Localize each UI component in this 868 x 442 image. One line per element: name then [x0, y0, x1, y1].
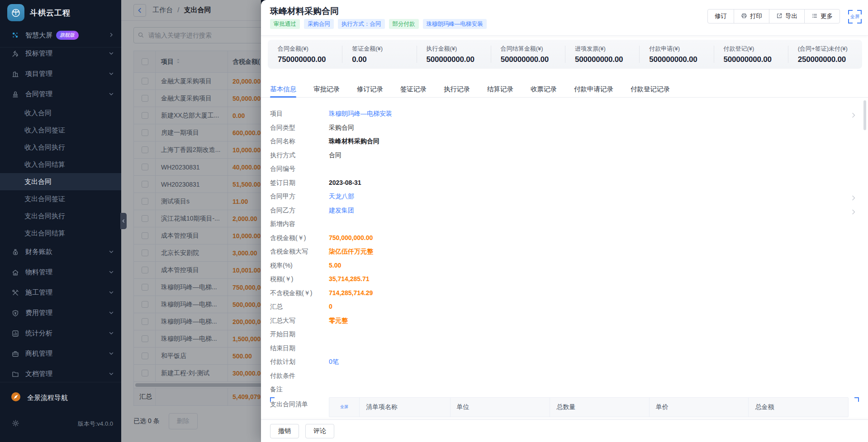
sidebar-item-label: 商机管理 — [25, 349, 52, 358]
sidebar-item-material[interactable]: 物料管理 — [0, 262, 121, 282]
field-value[interactable]: 0笔 — [329, 355, 339, 369]
field-row: 含税金额大写柒亿伍仟万元整 — [270, 245, 859, 259]
more-button[interactable]: 更多 — [804, 9, 840, 24]
stat-value: 500000000.00 — [575, 55, 639, 64]
field-value[interactable]: 建发集团 — [329, 203, 354, 217]
tab-4[interactable]: 执行记录 — [444, 81, 470, 97]
sidebar-menu: 投标管理项目管理合同管理收入合同收入合同签证收入合同执行收入合同结算支出合同支出… — [0, 43, 121, 382]
field-value: 采购合同 — [329, 121, 354, 135]
sidebar-subitem[interactable]: 收入合同结算 — [0, 156, 121, 173]
expense-contract-list-pane: 工作台 / 支出合同 项目 含税金额( 金融大厦采购项目20,000.00金融大… — [121, 0, 261, 442]
modal-overlay[interactable] — [121, 0, 261, 442]
stat-item: 付款申请(¥)500000000.00 — [639, 40, 713, 69]
revise-button[interactable]: 修订 — [707, 9, 734, 24]
sidebar-item-label: 统计分析 — [25, 329, 52, 338]
basic-info-panel: 项目珠穆朗玛峰—电梯安装合同类型采购合同合同名称珠峰材料采购合同执行方式合同合同… — [261, 98, 868, 419]
field-value[interactable]: 天龙八部 — [329, 189, 354, 203]
field-label: 合同乙方 — [270, 203, 329, 217]
sidebar-item-opportunity[interactable]: 商机管理 — [0, 343, 121, 364]
expense-item-table-header: 全屏清单项名称单位总数量单价总金额 — [329, 397, 849, 417]
sidebar-subitem[interactable]: 支出合同 — [0, 173, 121, 190]
contract-detail-drawer: 珠峰材料采购合同 审批通过采购合同执行方式：合同部分付款珠穆朗玛峰—电梯安装 修… — [261, 0, 868, 442]
drawer-scrollbar-thumb[interactable] — [863, 100, 866, 130]
field-label: 项目 — [270, 107, 329, 121]
field-value[interactable]: 珠穆朗玛峰—电梯安装 — [329, 107, 392, 121]
tab-7[interactable]: 付款申请记录 — [574, 81, 613, 97]
export-icon — [776, 13, 783, 20]
field-row: 合同乙方建发集团 — [270, 203, 859, 217]
sidebar-item-bidding[interactable]: 投标管理 — [0, 43, 121, 64]
tab-5[interactable]: 结算记录 — [487, 81, 513, 97]
comment-button[interactable]: 评论 — [305, 424, 334, 438]
field-label: 不含税金额(￥) — [270, 286, 329, 300]
sidebar-item-contract[interactable]: 合同管理 — [0, 84, 121, 104]
chevron-down-icon — [109, 329, 114, 338]
sidebar-subitem[interactable]: 支出合同结算 — [0, 225, 121, 242]
sidebar-subitem[interactable]: 收入合同签证 — [0, 122, 121, 139]
sidebar-item-project[interactable]: 项目管理 — [0, 64, 121, 84]
field-label: 税额(￥) — [270, 272, 329, 286]
field-value: 零元整 — [329, 314, 348, 328]
sidebar-subitem[interactable]: 收入合同执行 — [0, 139, 121, 156]
field-label: 付款计划 — [270, 355, 329, 369]
detail-table-label: 支出合同清单 — [270, 397, 329, 411]
field-label: 税率(%) — [270, 259, 329, 273]
status-tag: 执行方式：合同 — [338, 19, 385, 29]
inner-fullscreen-button[interactable]: 全屏 — [338, 401, 350, 413]
version-row: 版本号:v4.0.0 — [0, 415, 121, 433]
sidebar-item-expense[interactable]: 费用管理 — [0, 303, 121, 323]
fullscreen-button[interactable]: 全屏 — [848, 10, 862, 24]
sidebar-item-panorama-nav[interactable]: 全景流程导航 — [0, 386, 121, 409]
field-label: 开始日期 — [270, 327, 329, 341]
building-icon — [11, 71, 19, 78]
sidebar-item-construction[interactable]: 施工管理 — [0, 282, 121, 303]
more-icon — [811, 13, 818, 20]
sidebar-item-finance[interactable]: 财务账款 — [0, 242, 121, 262]
stat-value: 500000000.00 — [649, 55, 713, 64]
stat-label: 执行金额(¥) — [427, 45, 491, 53]
print-button[interactable]: 打印 — [734, 9, 769, 24]
stat-value: 750000000.00 — [278, 55, 342, 64]
sidebar-collapse-handle[interactable] — [120, 213, 127, 229]
status-tag: 采购合同 — [304, 19, 334, 29]
tab-2[interactable]: 修订记录 — [357, 81, 383, 97]
sidebar-item-statistics[interactable]: 统计分析 — [0, 323, 121, 343]
chart-icon — [11, 330, 19, 337]
app-logo: 斗栱云工程 — [0, 0, 121, 25]
stat-label: 签证金额(¥) — [352, 45, 416, 53]
sidebar-subitem[interactable]: 收入合同 — [0, 104, 121, 122]
stat-item: 执行金额(¥)500000000.00 — [417, 40, 491, 69]
gear-icon[interactable] — [12, 419, 19, 429]
field-value: 珠峰材料采购合同 — [329, 134, 379, 148]
field-label: 结束日期 — [270, 341, 329, 355]
chevron-down-icon — [109, 90, 114, 99]
status-tag: 珠穆朗玛峰—电梯安装 — [423, 19, 487, 29]
field-row: 付款计划0笔 — [270, 355, 859, 369]
gavel-icon — [11, 50, 19, 57]
tab-8[interactable]: 付款登记记录 — [631, 81, 670, 97]
field-row: 合同名称珠峰材料采购合同 — [270, 134, 859, 148]
chevron-right-icon — [109, 31, 114, 39]
stat-value: 250000000.00 — [798, 55, 862, 64]
field-value: 2023-08-31 — [329, 176, 361, 190]
revoke-button[interactable]: 撤销 — [270, 424, 299, 438]
export-button[interactable]: 导出 — [769, 9, 805, 24]
sidebar-subitem[interactable]: 支出合同签证 — [0, 190, 121, 207]
tab-6[interactable]: 收票记录 — [531, 81, 557, 97]
shield-icon — [11, 310, 19, 317]
warehouse-icon — [11, 269, 19, 276]
field-row: 执行方式合同 — [270, 148, 859, 162]
tab-3[interactable]: 签证记录 — [400, 81, 427, 97]
tab-1[interactable]: 审批记录 — [313, 81, 340, 97]
sidebar-item-document[interactable]: 文档管理 — [0, 364, 121, 382]
chevron-down-icon — [109, 70, 114, 78]
sidebar-subitem[interactable]: 支出合同执行 — [0, 207, 121, 225]
field-label: 备注 — [270, 382, 329, 396]
field-row: 合同编号 — [270, 162, 859, 176]
stat-item: (合同+签证)未付(¥)250000000.00 — [788, 40, 862, 69]
tab-0[interactable]: 基本信息 — [270, 81, 296, 97]
stat-label: 进项发票(¥) — [575, 45, 639, 53]
field-label: 签订日期 — [270, 176, 329, 190]
sidebar-item-smart-screen[interactable]: 智慧大屏 旗舰版 — [0, 25, 121, 45]
drawer-footer: 撤销评论 — [261, 419, 868, 442]
